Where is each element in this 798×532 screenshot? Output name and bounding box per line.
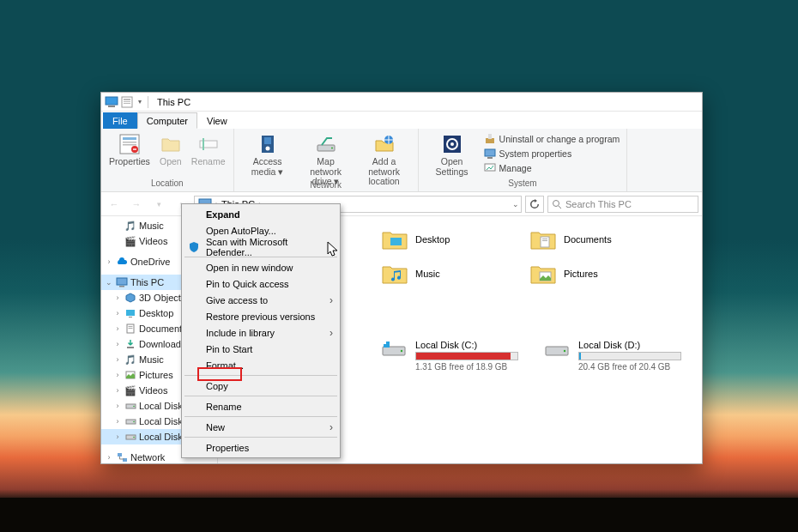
svg-rect-34 <box>129 317 132 317</box>
qat-properties-icon[interactable] <box>120 95 134 109</box>
cm-new-window[interactable]: Open in new window <box>184 259 338 275</box>
videos-icon: 🎬 <box>124 235 136 247</box>
svg-rect-56 <box>384 342 386 344</box>
svg-rect-48 <box>390 238 402 245</box>
folder-music[interactable]: Music <box>381 259 514 288</box>
open-settings-button[interactable]: Open Settings <box>424 130 481 178</box>
search-placeholder: Search This PC <box>565 199 632 209</box>
tab-file[interactable]: File <box>103 112 137 129</box>
address-dropdown-icon[interactable]: ⌄ <box>512 200 519 209</box>
svg-rect-9 <box>123 144 136 146</box>
properties-icon <box>118 132 142 156</box>
svg-point-15 <box>265 147 269 151</box>
folder-desktop[interactable]: Desktop <box>381 225 514 254</box>
tab-view[interactable]: View <box>197 112 237 129</box>
drive-icon <box>124 400 136 412</box>
pictures-folder-icon <box>529 260 557 287</box>
nav-back-button[interactable]: ← <box>105 195 124 214</box>
rename-icon <box>196 132 221 156</box>
svg-point-18 <box>331 148 333 149</box>
drive-c[interactable]: Local Disk (C:) 1.31 GB free of 18.9 GB <box>381 340 518 372</box>
music-folder-icon <box>381 260 408 287</box>
cm-pin-start[interactable]: Pin to Start <box>184 341 338 357</box>
svg-rect-13 <box>203 138 204 150</box>
window-title: This PC <box>157 97 190 107</box>
svg-rect-24 <box>488 134 492 139</box>
uninstall-program-button[interactable]: Uninstall or change a program <box>482 132 622 146</box>
svg-rect-27 <box>485 164 495 171</box>
tab-computer[interactable]: Computer <box>137 112 197 129</box>
properties-button[interactable]: Properties <box>106 130 153 169</box>
svg-rect-26 <box>487 157 493 159</box>
refresh-button[interactable] <box>525 196 544 213</box>
manage-icon <box>484 162 496 174</box>
drives-section: Local Disk (C:) 1.31 GB free of 18.9 GB … <box>381 340 693 372</box>
cm-defender[interactable]: Scan with Microsoft Defender... <box>184 239 338 255</box>
app-icon <box>105 95 118 109</box>
this-pc-icon <box>116 276 128 288</box>
search-box[interactable]: Search This PC <box>547 196 698 213</box>
cm-properties[interactable]: Properties <box>184 439 338 456</box>
folders-section: Desktop Documents Music Pictures <box>381 225 693 288</box>
map-drive-icon <box>314 132 338 156</box>
cm-copy[interactable]: Copy <box>184 378 338 394</box>
open-button[interactable]: Open <box>154 130 187 169</box>
music-icon: 🎵 <box>124 354 136 366</box>
svg-rect-33 <box>126 310 135 316</box>
manage-button[interactable]: Manage <box>482 161 622 175</box>
downloads-icon <box>124 338 136 350</box>
svg-rect-51 <box>542 240 547 241</box>
svg-rect-0 <box>106 97 118 105</box>
ribbon-group-location: Properties Open Rename Location <box>101 129 234 191</box>
nav-history-button[interactable]: ▾ <box>149 195 168 214</box>
svg-rect-31 <box>117 278 127 285</box>
drive-icon <box>381 340 408 367</box>
music-icon: 🎵 <box>124 220 136 232</box>
cm-rename[interactable]: Rename <box>184 398 338 414</box>
svg-rect-46 <box>118 453 122 456</box>
cm-separator <box>184 375 337 376</box>
svg-rect-11 <box>133 148 136 149</box>
drive-d[interactable]: Local Disk (D:) 20.4 GB free of 20.4 GB <box>544 340 681 372</box>
add-network-location-button[interactable]: Add a network location <box>356 130 413 189</box>
ribbon: Properties Open Rename Location Access m… <box>101 129 702 192</box>
svg-point-43 <box>133 421 135 423</box>
cm-pin-quick[interactable]: Pin to Quick access <box>184 275 338 292</box>
drive-icon <box>124 431 136 443</box>
drive-icon <box>544 340 571 367</box>
media-icon <box>256 132 280 156</box>
cm-separator <box>184 396 337 396</box>
nav-forward-button[interactable]: → <box>127 195 146 214</box>
cm-give-access[interactable]: Give access to <box>184 292 338 308</box>
cm-separator <box>184 416 337 417</box>
svg-point-54 <box>401 350 402 352</box>
network-location-icon <box>372 132 396 156</box>
videos-icon: 🎬 <box>124 384 136 396</box>
svg-rect-7 <box>123 137 136 140</box>
pictures-icon <box>124 369 136 381</box>
ribbon-group-network: Access media ▾ Map network drive ▾ Add a… <box>234 129 419 191</box>
cm-format[interactable]: Format... <box>184 357 338 373</box>
svg-rect-3 <box>124 99 130 100</box>
rename-button[interactable]: Rename <box>189 130 228 169</box>
cm-include-library[interactable]: Include in library <box>184 324 338 341</box>
desktop-icon <box>124 307 136 319</box>
cm-expand[interactable]: Expand <box>184 206 338 222</box>
cm-new[interactable]: New <box>184 419 338 435</box>
svg-rect-32 <box>119 286 124 287</box>
folder-pictures[interactable]: Pictures <box>529 259 662 288</box>
system-properties-button[interactable]: System properties <box>482 147 622 160</box>
3d-objects-icon <box>124 292 136 304</box>
context-menu: Expand Open AutoPlay... Scan with Micros… <box>181 203 341 458</box>
drive-c-capacity-bar <box>415 352 518 360</box>
svg-point-41 <box>133 406 135 408</box>
svg-rect-38 <box>127 347 134 348</box>
svg-rect-50 <box>542 239 547 239</box>
folder-documents[interactable]: Documents <box>529 225 662 254</box>
onedrive-icon <box>116 256 128 268</box>
access-media-button[interactable]: Access media ▾ <box>239 130 296 178</box>
open-folder-icon <box>159 132 183 156</box>
cm-restore[interactable]: Restore previous versions <box>184 308 338 324</box>
network-icon <box>116 451 128 463</box>
qat-dropdown-icon[interactable]: ▾ <box>136 95 144 109</box>
